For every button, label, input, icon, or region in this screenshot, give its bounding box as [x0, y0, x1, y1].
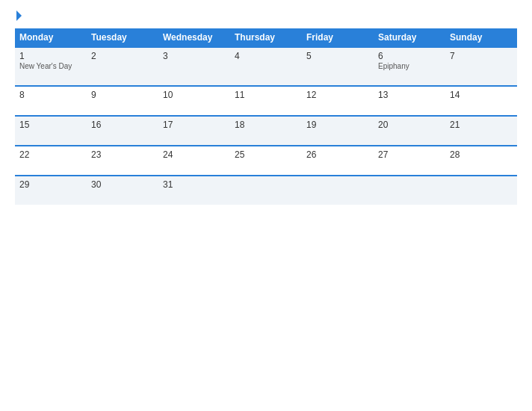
day-number: 16	[91, 120, 154, 130]
day-number: 15	[19, 120, 82, 130]
day-number: 22	[19, 149, 82, 160]
calendar-cell: 9	[87, 86, 158, 116]
day-number: 31	[163, 179, 226, 190]
calendar-cell: 7	[445, 47, 517, 86]
day-number: 14	[450, 90, 513, 100]
logo	[15, 12, 22, 21]
day-number: 28	[450, 149, 513, 160]
calendar-cell: 1New Year's Day	[15, 47, 87, 86]
calendar-cell: 26	[302, 146, 374, 176]
calendar-cell: 14	[445, 86, 517, 116]
calendar-cell: 29	[15, 176, 87, 205]
day-number: 2	[91, 51, 154, 61]
day-number: 23	[91, 149, 154, 160]
day-number: 10	[163, 90, 226, 100]
holiday-label: New Year's Day	[19, 62, 82, 70]
day-header-wednesday: Wednesday	[158, 28, 230, 47]
day-number: 21	[450, 120, 513, 130]
holiday-label: Epiphany	[378, 62, 441, 70]
calendar-cell: 11	[230, 86, 302, 116]
calendar-cell: 13	[374, 86, 445, 116]
calendar-cell: 21	[445, 116, 517, 146]
day-header-monday: Monday	[15, 28, 87, 47]
day-number: 19	[306, 120, 369, 130]
day-number: 12	[306, 90, 369, 100]
day-header-sunday: Sunday	[445, 28, 517, 47]
calendar-cell: 19	[302, 116, 374, 146]
week-row-1: 1New Year's Day23456Epiphany7	[15, 47, 517, 86]
calendar-cell	[230, 176, 302, 205]
calendar-cell: 2	[87, 47, 158, 86]
calendar-cell: 16	[87, 116, 158, 146]
calendar-cell: 5	[302, 47, 374, 86]
calendar-cell: 17	[158, 116, 230, 146]
day-number: 11	[235, 90, 297, 100]
day-header-tuesday: Tuesday	[87, 28, 158, 47]
calendar-cell: 3	[158, 47, 230, 86]
calendar-header	[15, 12, 517, 21]
day-number: 24	[163, 149, 226, 160]
day-number: 9	[91, 90, 154, 100]
day-number: 27	[378, 149, 441, 160]
day-number: 4	[235, 51, 297, 61]
days-header-row: MondayTuesdayWednesdayThursdayFridaySatu…	[15, 28, 517, 47]
day-number: 17	[163, 120, 226, 130]
day-number: 6	[378, 51, 441, 61]
logo-triangle-icon	[16, 10, 22, 21]
calendar-cell: 31	[158, 176, 230, 205]
day-number: 20	[378, 120, 441, 130]
calendar-cell: 8	[15, 86, 87, 116]
day-number: 3	[163, 51, 226, 61]
day-number: 13	[378, 90, 441, 100]
day-header-thursday: Thursday	[230, 28, 302, 47]
calendar-cell: 20	[374, 116, 445, 146]
calendar-cell: 28	[445, 146, 517, 176]
week-row-2: 891011121314	[15, 86, 517, 116]
calendar-table: MondayTuesdayWednesdayThursdayFridaySatu…	[15, 28, 517, 205]
calendar-cell: 25	[230, 146, 302, 176]
day-number: 25	[235, 149, 297, 160]
calendar-cell: 15	[15, 116, 87, 146]
calendar-cell: 24	[158, 146, 230, 176]
day-number: 29	[19, 179, 82, 190]
calendar-cell	[302, 176, 374, 205]
day-number: 1	[19, 51, 82, 61]
calendar-cell: 12	[302, 86, 374, 116]
day-number: 30	[91, 179, 154, 190]
calendar-cell: 23	[87, 146, 158, 176]
week-row-4: 22232425262728	[15, 146, 517, 176]
calendar-cell: 6Epiphany	[374, 47, 445, 86]
day-number: 5	[306, 51, 369, 61]
calendar-cell: 18	[230, 116, 302, 146]
calendar-cell: 22	[15, 146, 87, 176]
day-header-friday: Friday	[302, 28, 374, 47]
day-number: 8	[19, 90, 82, 100]
calendar-cell	[445, 176, 517, 205]
calendar-cell: 4	[230, 47, 302, 86]
day-number: 7	[450, 51, 513, 61]
day-number: 26	[306, 149, 369, 160]
day-header-saturday: Saturday	[374, 28, 445, 47]
calendar-cell	[374, 176, 445, 205]
calendar-cell: 30	[87, 176, 158, 205]
calendar-cell: 10	[158, 86, 230, 116]
day-number: 18	[235, 120, 297, 130]
week-row-5: 293031	[15, 176, 517, 205]
calendar-cell: 27	[374, 146, 445, 176]
week-row-3: 15161718192021	[15, 116, 517, 146]
